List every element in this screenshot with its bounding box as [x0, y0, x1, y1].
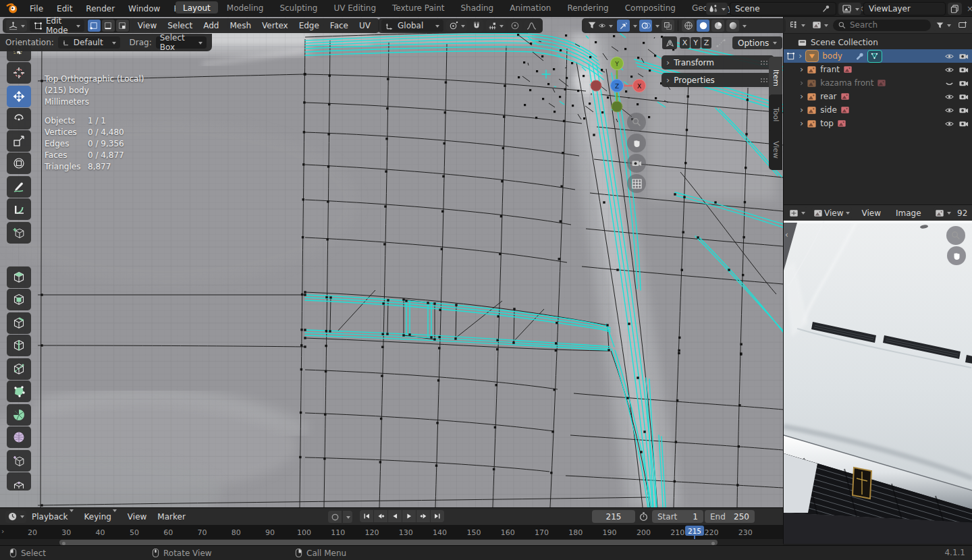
workspace-tab-shading[interactable]: Shading: [453, 1, 501, 13]
expand-icon[interactable]: ›: [799, 53, 802, 59]
tool-spin-button[interactable]: [7, 404, 31, 426]
zoom-button[interactable]: [627, 113, 646, 132]
proportional-falloff-dropdown[interactable]: [524, 20, 539, 32]
pivot-point-dropdown[interactable]: [446, 20, 467, 32]
viewport-menu-mesh[interactable]: Mesh: [224, 21, 256, 30]
topbar-menu-edit[interactable]: Edit: [50, 4, 79, 13]
image-display-mode-dropdown[interactable]: View: [811, 207, 852, 219]
overlays-dropdown[interactable]: [655, 25, 659, 30]
gizmos-toggle-button[interactable]: [617, 20, 630, 32]
object-visibility-dropdown[interactable]: [585, 20, 615, 32]
shading-dropdown[interactable]: [742, 25, 747, 30]
region-expand-icon[interactable]: ›: [1, 527, 4, 536]
tool-poly-build-button[interactable]: [7, 381, 31, 402]
image-browse-button[interactable]: [933, 207, 953, 219]
expand-icon[interactable]: ›: [800, 120, 803, 127]
tool-extrude-region-button[interactable]: [7, 267, 31, 288]
proportional-editing-button[interactable]: [508, 20, 522, 32]
outliner-editor-type-button[interactable]: [787, 19, 807, 31]
viewport-3d[interactable]: Y X Z Top Orthographic (Local) (215) bod…: [0, 17, 783, 507]
render-camera-icon[interactable]: [959, 78, 969, 88]
scene-browse-button[interactable]: [706, 3, 728, 15]
keying-dropdown[interactable]: [343, 511, 352, 523]
transform-panel-header[interactable]: › Transform: [662, 55, 774, 69]
vertex-select-button[interactable]: [88, 20, 101, 32]
mode-dropdown[interactable]: Edit Mode: [30, 20, 84, 32]
gizmos-dropdown[interactable]: [633, 25, 637, 30]
mirror-widget[interactable]: [662, 36, 677, 49]
timeline-menu-marker[interactable]: Marker: [152, 512, 190, 522]
expand-icon[interactable]: ›: [800, 66, 803, 73]
auto-keying-toggle[interactable]: [328, 511, 342, 523]
expand-icon[interactable]: ›: [800, 107, 803, 113]
outliner-display-mode-button[interactable]: [810, 19, 830, 31]
outliner-item-top[interactable]: › top: [784, 117, 972, 130]
scene-name-field[interactable]: Scene: [730, 2, 836, 16]
play-button[interactable]: [402, 510, 416, 522]
viewport-menu-add[interactable]: Add: [198, 21, 224, 30]
timeline-menu-playback[interactable]: Playback: [26, 512, 79, 522]
mirror-x-button[interactable]: X: [680, 37, 690, 49]
transform-orientation-dropdown[interactable]: Global: [381, 20, 443, 32]
panel-grip[interactable]: [760, 78, 770, 82]
viewport-menu-uv[interactable]: UV: [354, 21, 376, 30]
snap-widget[interactable]: [714, 37, 728, 49]
viewlayer-remove-button[interactable]: ×: [964, 4, 972, 13]
expand-icon[interactable]: ›: [800, 93, 803, 100]
timeline-editor-type-button[interactable]: [5, 511, 26, 523]
shading-material-button[interactable]: [711, 20, 724, 32]
sidebar-tab-tool[interactable]: Tool: [769, 94, 782, 135]
shading-solid-button[interactable]: [697, 20, 709, 32]
play-reverse-button[interactable]: [388, 510, 402, 522]
panel-grip[interactable]: [760, 60, 770, 65]
tool-annotate-button[interactable]: [7, 176, 31, 198]
outliner-filter-button[interactable]: [934, 19, 953, 31]
tool-transform-button[interactable]: [7, 152, 31, 174]
render-camera-icon[interactable]: [959, 51, 969, 61]
outliner-search-input[interactable]: Search: [833, 20, 931, 31]
camera-view-button[interactable]: [627, 154, 646, 173]
expand-icon[interactable]: ›: [800, 80, 803, 86]
current-frame-field[interactable]: 215: [592, 510, 635, 523]
orthographic-toggle-button[interactable]: [627, 174, 646, 193]
image-zoom-button[interactable]: [946, 226, 965, 245]
snap-toggle-button[interactable]: [470, 20, 483, 32]
workspace-tab-modeling[interactable]: Modeling: [219, 1, 271, 13]
timeline-menu-view[interactable]: View: [122, 512, 152, 522]
hide-eye-icon[interactable]: [944, 119, 954, 129]
hide-eye-icon[interactable]: [944, 92, 954, 102]
viewport-menu-view[interactable]: View: [132, 21, 162, 30]
workspace-tab-texture-paint[interactable]: Texture Paint: [385, 1, 452, 13]
use-preview-range-button[interactable]: [639, 511, 649, 522]
image-editor-type-button[interactable]: [787, 207, 807, 219]
scrollbar-handle[interactable]: [59, 540, 718, 545]
topbar-menu-render[interactable]: Render: [79, 4, 122, 13]
tool-move-button[interactable]: [7, 86, 31, 107]
sidebar-tab-view[interactable]: View: [769, 130, 782, 170]
image-editor-canvas[interactable]: ‹: [784, 221, 972, 544]
mirror-y-button[interactable]: Y: [691, 37, 701, 49]
viewport-menu-face[interactable]: Face: [325, 21, 354, 30]
viewport-menu-edge[interactable]: Edge: [294, 21, 325, 30]
tool-cursor-3d-button[interactable]: [7, 62, 31, 84]
xray-toggle-button[interactable]: [662, 20, 674, 32]
orientation-default-dropdown[interactable]: Default: [58, 36, 120, 49]
workspace-tab-rendering[interactable]: Rendering: [560, 1, 616, 13]
drag-mode-dropdown[interactable]: Select Box: [156, 36, 207, 49]
tool-scale-button[interactable]: [7, 130, 31, 152]
tool-loop-cut-button[interactable]: [7, 335, 31, 356]
previous-keyframe-button[interactable]: [374, 510, 387, 522]
playhead[interactable]: 215: [685, 526, 704, 536]
tool-shrink-fatten-button[interactable]: [7, 472, 31, 491]
jump-to-start-button[interactable]: [360, 510, 373, 522]
hide-eye-icon[interactable]: [944, 65, 954, 75]
edge-select-button[interactable]: [102, 20, 115, 32]
next-keyframe-button[interactable]: [416, 510, 430, 522]
blender-logo-icon[interactable]: [5, 2, 18, 15]
render-camera-icon[interactable]: [959, 105, 969, 115]
viewport-menu-vertex[interactable]: Vertex: [256, 21, 294, 30]
mirror-z-button[interactable]: Z: [701, 37, 711, 49]
pin-icon[interactable]: [821, 4, 831, 13]
workspace-tab-sculpting[interactable]: Sculpting: [272, 1, 325, 13]
image-menu-image[interactable]: Image: [890, 208, 927, 218]
